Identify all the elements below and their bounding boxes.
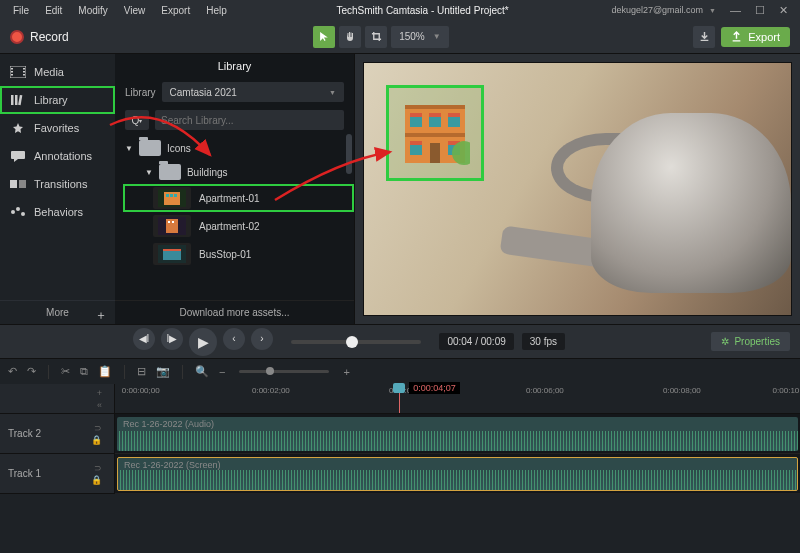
ruler-label: 0:00:08;00 [663,386,701,395]
cut-button[interactable]: ✂ [61,365,70,378]
seek-slider[interactable] [291,340,421,344]
canvas-selected-overlay[interactable] [386,85,484,181]
menu-help[interactable]: Help [199,3,234,18]
svg-rect-12 [19,180,26,188]
svg-rect-34 [429,113,441,117]
zoom-level-select[interactable]: 150% ▼ [391,26,449,48]
sidebar-item-behaviors[interactable]: Behaviors [0,198,115,226]
paste-button[interactable]: 📋 [98,365,112,378]
canvas[interactable] [363,62,792,316]
asset-busstop-01[interactable]: BusStop-01 [123,240,354,268]
timeline-zoom-slider[interactable] [239,370,329,373]
svg-rect-29 [405,133,465,137]
sidebar-more[interactable]: More ＋ [0,300,115,324]
download-button[interactable] [693,26,715,48]
asset-thumb [153,215,191,237]
timeline-ruler[interactable]: 0:00:04;07 0:00:00;00 0:00:02;00 0:00:04… [115,384,800,414]
record-button[interactable]: Record [10,30,69,44]
search-icon-btn[interactable]: Q▾ [125,110,149,130]
step-back-button[interactable]: I▶ [161,328,183,350]
playhead[interactable]: 0:00:04;07 [399,384,400,413]
menu-export[interactable]: Export [154,3,197,18]
track-2-body[interactable]: Rec 1-26-2022 (Audio) [115,414,800,454]
close-icon[interactable]: ✕ [773,4,794,17]
seek-knob[interactable] [346,336,358,348]
properties-button[interactable]: ✲ Properties [711,332,790,351]
zoom-value: 150% [399,31,425,42]
library-selector-value: Camtasia 2021 [170,87,237,98]
svg-point-13 [11,210,15,214]
timeline-tools: ↶ ↷ ✂ ⧉ 📋 ⊟ 📷 🔍 − + [0,358,800,384]
sidebar-label: Favorites [34,122,79,134]
library-search-input[interactable] [161,115,338,126]
folder-icon [159,164,181,180]
play-button[interactable]: ▶ [189,328,217,356]
folder-icon [139,140,161,156]
folder-buildings[interactable]: ▼ Buildings [123,160,354,184]
library-search[interactable] [155,110,344,130]
svg-rect-36 [448,113,460,117]
asset-name: Apartment-01 [199,193,260,204]
user-chevron-icon[interactable]: ▼ [709,7,716,14]
svg-rect-17 [164,192,180,205]
export-button[interactable]: Export [721,27,790,47]
sidebar-item-favorites[interactable]: Favorites [0,114,115,142]
gear-icon: ✲ [721,336,729,347]
clip-audio[interactable]: Rec 1-26-2022 (Audio) [117,417,798,451]
chevron-down-icon: ▼ [433,32,441,41]
frame-back-button[interactable]: ‹ [223,328,245,350]
library-selector[interactable]: Camtasia 2021 ▼ [162,82,344,102]
sidebar-label: Library [34,94,68,106]
user-email[interactable]: dekugel27@gmail.com [611,5,703,15]
clip-screen[interactable]: Rec 1-26-2022 (Screen) [117,457,798,491]
svg-rect-18 [166,194,169,197]
screenshot-button[interactable]: 📷 [156,365,170,378]
folder-icons[interactable]: ▼ Icons [123,136,354,160]
sidebar-item-library[interactable]: Library [0,86,115,114]
waveform [117,431,798,451]
track-header-2[interactable]: Track 2 ⊃🔒 [0,414,115,454]
track-lock-icon[interactable]: 🔒 [91,475,102,485]
pan-tool[interactable] [339,26,361,48]
plus-icon[interactable]: ＋ [95,307,107,324]
menu-edit[interactable]: Edit [38,3,69,18]
record-dot-icon [10,30,24,44]
timeline: +« 0:00:04;07 0:00:00;00 0:00:02;00 0:00… [0,384,800,553]
asset-name: BusStop-01 [199,249,251,260]
library-scrollbar[interactable] [346,134,352,174]
fps-display: 30 fps [522,333,565,350]
undo-button[interactable]: ↶ [8,365,17,378]
svg-rect-3 [11,74,13,76]
prev-clip-button[interactable]: ◀I [133,328,155,350]
frame-fwd-button[interactable]: › [251,328,273,350]
zoom-out-button[interactable]: − [219,366,225,378]
sidebar-item-transitions[interactable]: Transitions [0,170,115,198]
split-button[interactable]: ⊟ [137,365,146,378]
menu-file[interactable]: File [6,3,36,18]
copy-button[interactable]: ⧉ [80,365,88,378]
track-header-1[interactable]: Track 1 ⊃🔒 [0,454,115,494]
magnify-icon[interactable]: 🔍 [195,365,209,378]
add-track-button[interactable]: + [97,388,102,398]
sidebar-item-media[interactable]: Media [0,58,115,86]
zoom-in-button[interactable]: + [343,366,349,378]
sidebar-item-annotations[interactable]: Annotations [0,142,115,170]
track-toggle-icon[interactable]: ⊃ [94,463,102,473]
redo-button[interactable]: ↷ [27,365,36,378]
asset-apartment-01[interactable]: Apartment-01 [123,184,354,212]
minimize-icon[interactable]: — [724,4,747,16]
main-row: Media Library Favorites Annotations Tran… [0,54,800,324]
asset-apartment-02[interactable]: Apartment-02 [123,212,354,240]
track-toggle-icon[interactable]: ⊃ [94,423,102,433]
crop-tool[interactable] [365,26,387,48]
playback-controls: ◀I I▶ ▶ ‹ › [133,328,273,356]
menu-view[interactable]: View [117,3,153,18]
download-more-assets[interactable]: Download more assets... [115,300,354,324]
collapse-tracks-button[interactable]: « [97,400,102,410]
menu-modify[interactable]: Modify [71,3,114,18]
svg-rect-6 [23,74,25,76]
track-1-body[interactable]: Rec 1-26-2022 (Screen) [115,454,800,494]
maximize-icon[interactable]: ☐ [749,4,771,17]
track-lock-icon[interactable]: 🔒 [91,435,102,445]
pointer-tool[interactable] [313,26,335,48]
